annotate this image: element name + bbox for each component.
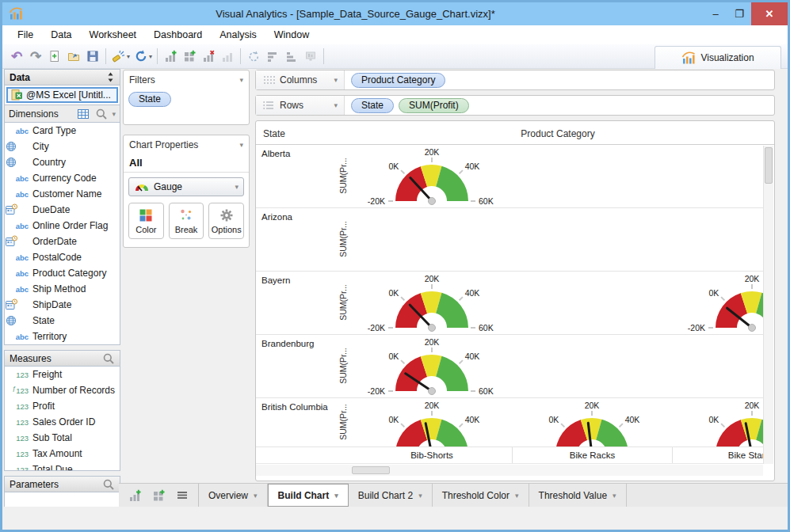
chevron-down-icon[interactable]: ▾ (149, 53, 152, 60)
maximize-button[interactable]: ❐ (727, 2, 751, 25)
open-file-button[interactable] (64, 47, 83, 66)
dimension-item-country[interactable]: Country (5, 154, 120, 170)
gauge-bayern-bib-shorts[interactable]: -20K0K20K40K60K (357, 272, 507, 334)
color-squares-icon (139, 208, 153, 222)
tab-overview[interactable]: Overview▾ (199, 484, 268, 507)
tab-build-chart[interactable]: Build Chart▾ (268, 484, 349, 507)
chevron-down-icon[interactable]: ▾ (515, 492, 519, 500)
chevron-down-icon[interactable]: ▾ (239, 141, 243, 149)
measure-item-number-of-records[interactable]: ƒ123Number of Records (5, 382, 120, 398)
presentation-icon (304, 50, 317, 63)
save-button[interactable] (83, 47, 102, 66)
chevron-down-icon[interactable]: ▾ (239, 76, 243, 84)
pill-state[interactable]: State (351, 98, 394, 113)
columns-grid-icon (262, 74, 275, 86)
sort-bars-button[interactable] (263, 47, 282, 66)
chevron-down-icon[interactable]: ▾ (127, 53, 130, 60)
measure-item-sub-total[interactable]: 123Sub Total (5, 430, 120, 446)
dimension-item-product-category[interactable]: abcProduct Category (5, 265, 120, 281)
search-icon[interactable] (95, 108, 108, 120)
dimension-item-card-type[interactable]: abcCard Type (5, 123, 120, 139)
measure-item-total-due[interactable]: 123Total Due (5, 462, 120, 471)
measure-item-tax-amount[interactable]: 123Tax Amount (5, 446, 120, 462)
table-view-icon[interactable] (77, 108, 90, 120)
rows-shelf-header[interactable]: Rows ▾ (256, 96, 345, 115)
add-dashboard-button[interactable] (149, 486, 168, 505)
connect-wand-button[interactable] (109, 47, 128, 66)
dimension-item-shipdate[interactable]: ShipDate (5, 297, 120, 313)
svg-text:60K: 60K (479, 386, 494, 396)
chevron-down-icon[interactable]: ▾ (254, 492, 258, 500)
dimension-item-orderdate[interactable]: OrderDate (5, 234, 120, 249)
dimension-item-postalcode[interactable]: abcPostalCode (5, 249, 120, 265)
chevron-down-icon[interactable]: ▾ (112, 110, 116, 118)
dimension-item-ship-method[interactable]: abcShip Method (5, 281, 120, 297)
chevron-down-icon[interactable]: ▾ (613, 492, 616, 500)
tab-threshold-value[interactable]: Threshold Value▾ (529, 484, 627, 507)
dimension-item-online-order-flag[interactable]: abcOnline Order Flag (5, 218, 120, 234)
tab-threshold-color[interactable]: Threshold Color▾ (433, 484, 529, 507)
data-panel-header: Data (4, 69, 120, 86)
menu-analysis[interactable]: Analysis (211, 29, 265, 40)
menu-file[interactable]: File (9, 29, 42, 40)
dimension-item-state[interactable]: State (5, 313, 120, 329)
add-dashboard-button[interactable] (180, 47, 199, 66)
gauge-british-columbia-bib-shorts[interactable]: -20K0K20K40K60K (357, 399, 507, 447)
measure-item-profit[interactable]: 123Profit (5, 398, 120, 414)
add-worksheet-button[interactable] (125, 486, 144, 505)
gauge-british-columbia-bike-stands[interactable]: -20K0K20K40K60K (677, 399, 763, 447)
search-icon[interactable] (102, 352, 115, 365)
gauge-brandenburg-bib-shorts[interactable]: -20K0K20K40K60K (357, 336, 507, 397)
tab-build-chart-2[interactable]: Build Chart 2▾ (349, 484, 433, 507)
data-source-item[interactable]: @MS Excel [Untitl... (6, 87, 118, 103)
data-panel: Data @MS Excel [Untitl... Dimensions ▾ a… (4, 69, 120, 513)
dimension-item-currency-code[interactable]: abcCurrency Code (5, 170, 120, 186)
chart-type-select[interactable]: Gauge ▾ (128, 177, 244, 196)
measures-title: Measures (10, 353, 102, 364)
dimension-item-duedate[interactable]: DueDate (5, 202, 120, 218)
text-type-icon: abc (16, 332, 29, 341)
pill-state[interactable]: State (128, 92, 171, 107)
delete-worksheet-button[interactable] (199, 47, 218, 66)
options-button[interactable]: Options (208, 203, 244, 239)
menu-dashboard[interactable]: Dashboard (145, 29, 211, 40)
measure-item-sales-order-id[interactable]: 123Sales Order ID (5, 414, 120, 430)
stack-bars-button[interactable] (282, 47, 301, 66)
vertical-scrollbar-thumb[interactable] (765, 147, 773, 184)
sort-updown-icon[interactable] (106, 71, 115, 83)
gauge-alberta-bib-shorts[interactable]: -20K0K20K40K60K (357, 146, 507, 207)
new-file-button[interactable] (45, 47, 64, 66)
dimension-item-city[interactable]: City (5, 139, 120, 154)
svg-text:60K: 60K (479, 323, 494, 332)
list-button[interactable] (173, 486, 192, 505)
measure-item-freight[interactable]: 123Freight (5, 367, 120, 382)
redo-button[interactable]: ↷ (26, 47, 45, 66)
search-icon[interactable] (102, 478, 115, 491)
rotate-layout-button[interactable] (244, 47, 263, 66)
break-button[interactable]: Break (169, 203, 204, 239)
menu-worksheet[interactable]: Worksheet (81, 29, 146, 40)
add-worksheet-button[interactable] (161, 47, 180, 66)
color-button[interactable]: Color (128, 203, 164, 239)
minimize-button[interactable]: – (704, 2, 727, 25)
gauge-bayern-bike-stands[interactable]: -20K0K20K40K60K (677, 272, 763, 334)
close-button[interactable]: ✕ (751, 2, 788, 25)
refresh-button[interactable] (132, 47, 151, 66)
tab-label: Overview (208, 490, 248, 501)
svg-text:0K: 0K (388, 162, 399, 171)
gauge-british-columbia-bike-racks[interactable]: -20K0K20K40K60K (517, 399, 667, 447)
columns-shelf-header[interactable]: Columns ▾ (256, 70, 345, 89)
chevron-down-icon[interactable]: ▾ (334, 492, 338, 500)
undo-button[interactable]: ↶ (7, 47, 26, 66)
tab-label: Threshold Color (442, 490, 509, 501)
menu-data[interactable]: Data (42, 29, 80, 40)
visualization-button[interactable]: Visualization (655, 46, 781, 69)
horizontal-scrollbar-thumb[interactable] (352, 466, 390, 474)
menu-window[interactable]: Window (265, 29, 318, 40)
pill-sum-profit-[interactable]: SUM(Profit) (399, 98, 469, 113)
dimension-item-territory[interactable]: abcTerritory (5, 329, 120, 344)
pill-product-category[interactable]: Product Category (351, 73, 445, 88)
chevron-down-icon[interactable]: ▾ (418, 492, 422, 500)
filters-shelf: State (124, 89, 249, 109)
dimension-item-customer-name[interactable]: abcCustomer Name (5, 186, 120, 202)
